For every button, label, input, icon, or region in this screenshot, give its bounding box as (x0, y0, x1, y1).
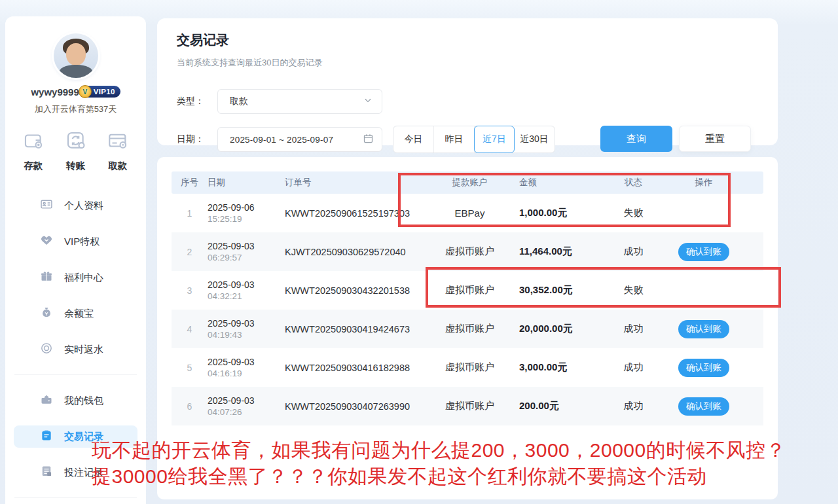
header-order: 订单号 (285, 177, 426, 189)
page-title: 交易记录 (177, 31, 765, 49)
sidebar-item-label: 我的钱包 (64, 395, 103, 407)
reset-button[interactable]: 重置 (679, 126, 751, 152)
date-quick-ranges: 今日 昨日 近7日 近30日 (393, 126, 555, 153)
type-select[interactable]: 取款 (217, 89, 382, 114)
deposit-wallet-icon (22, 130, 45, 154)
sidebar-divider-bottom (14, 497, 137, 498)
money-bag-icon (40, 306, 53, 321)
username: wywy9999 (31, 86, 79, 98)
chevron-down-icon (363, 96, 373, 107)
range-30days-button[interactable]: 近30日 (514, 126, 555, 153)
type-select-value: 取款 (230, 96, 248, 107)
vip-badge: V VIP10 (83, 86, 120, 98)
join-days-text: 加入开云体育第537天 (5, 103, 146, 115)
annotation-line-2: 提30000给我全黑了？？？你如果发不起这个红利你就不要搞这个活动 (92, 463, 786, 490)
header-no: 序号 (172, 177, 208, 189)
filter-panel: 交易记录 当前系统支持查询最近30日的交易记录 类型： 取款 日期： 2025-… (157, 18, 778, 145)
sidebar-divider (14, 374, 137, 375)
withdraw-card-icon (107, 130, 129, 154)
sidebar-item-label: 福利中心 (64, 272, 103, 284)
calendar-icon (363, 133, 374, 147)
vip-shield-icon: V (79, 85, 92, 98)
sidebar-item-label: VIP特权 (64, 236, 100, 248)
gift-icon (40, 270, 53, 285)
user-annotation-text: 玩不起的开云体育，如果我有问题为什么提200，3000，20000的时候不风控？… (92, 437, 786, 490)
transfer-icon (65, 130, 87, 154)
table-row: 2 2025-09-0306:29:57 KJWT202509030629572… (172, 232, 763, 271)
sidebar: wywy9999 V VIP10 加入开云体育第537天 存款 (5, 16, 146, 504)
table-row: 5 2025-09-0304:16:19 KWWT202509030416182… (172, 348, 763, 387)
wallet-icon (40, 393, 53, 408)
transfer-button[interactable]: 转账 (65, 130, 87, 172)
rebate-icon (40, 342, 53, 357)
header-action: 操作 (671, 177, 737, 189)
date-range-input[interactable]: 2025-09-01 ~ 2025-09-07 (217, 127, 382, 152)
header-amount: 金额 (514, 177, 596, 189)
date-label: 日期： (177, 134, 217, 145)
header-status: 状态 (596, 177, 671, 189)
avatar[interactable] (54, 33, 98, 78)
header-date: 日期 (208, 177, 285, 189)
type-label: 类型： (177, 96, 217, 107)
confirm-receipt-button[interactable]: 确认到账 (678, 320, 729, 338)
id-card-icon (40, 198, 53, 213)
confirm-receipt-button[interactable]: 确认到账 (678, 359, 729, 377)
date-range-value: 2025-09-01 ~ 2025-09-07 (230, 135, 333, 145)
sidebar-menu: 个人资料 VIP特权 福利中心 (5, 194, 146, 361)
table-header: 序号 日期 订单号 提款账户 金额 状态 操作 (172, 171, 763, 194)
search-button[interactable]: 查询 (600, 126, 672, 152)
withdraw-button[interactable]: 取款 (107, 130, 129, 172)
sidebar-item-label: 实时返水 (64, 344, 103, 356)
table-row: 4 2025-09-0304:19:43 KWWT202509030419424… (172, 310, 763, 348)
range-today-button[interactable]: 今日 (393, 126, 434, 153)
sidebar-item-yuebao[interactable]: 余额宝 (14, 302, 137, 325)
confirm-receipt-button[interactable]: 确认到账 (678, 397, 729, 416)
range-7days-button[interactable]: 近7日 (474, 126, 515, 153)
sidebar-item-vip[interactable]: VIP特权 (14, 230, 137, 253)
confirm-receipt-button[interactable]: 确认到账 (678, 243, 729, 261)
sidebar-item-wallet[interactable]: 我的钱包 (14, 389, 137, 412)
sidebar-item-label: 余额宝 (64, 308, 94, 320)
vip-heart-icon (40, 234, 53, 249)
quick-actions: 存款 转账 取款 (5, 130, 146, 172)
table-row: 6 2025-09-0304:07:26 KWWT202509030407263… (172, 387, 763, 425)
sidebar-item-profile[interactable]: 个人资料 (14, 194, 137, 217)
sidebar-item-welfare[interactable]: 福利中心 (14, 266, 137, 289)
records-icon (40, 429, 53, 444)
table-row: 1 2025-09-0615:25:19 KWWT202509061525197… (172, 194, 763, 232)
sidebar-item-rebate[interactable]: 实时返水 (14, 338, 137, 361)
header-account: 提款账户 (426, 177, 514, 189)
page-subtitle: 当前系统支持查询最近30日的交易记录 (177, 57, 765, 69)
deposit-button[interactable]: 存款 (22, 130, 45, 172)
bet-records-icon (40, 465, 53, 480)
table-row: 3 2025-09-0304:32:21 KWWT202509030432201… (172, 271, 763, 310)
annotation-line-1: 玩不起的开云体育，如果我有问题为什么提200，3000，20000的时候不风控？ (92, 437, 786, 463)
range-yesterday-button[interactable]: 昨日 (434, 126, 475, 153)
sidebar-item-label: 个人资料 (64, 200, 103, 212)
